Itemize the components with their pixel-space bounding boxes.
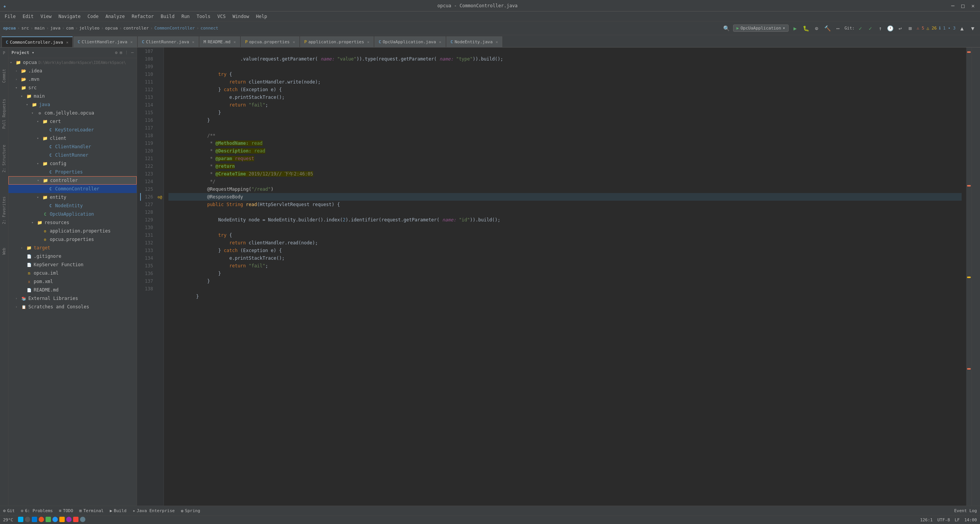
- tree-item-main[interactable]: ▾ 📁 main: [8, 92, 137, 100]
- tree-item-config[interactable]: ▾ 📁 config: [8, 159, 137, 168]
- sidebar-label-structure[interactable]: 2: Structure: [2, 145, 6, 172]
- breadcrumb-src[interactable]: src: [21, 26, 29, 31]
- tab-clientrunner[interactable]: C ClientRunner.java ✕: [138, 36, 199, 47]
- scroll-down-button[interactable]: ▼: [969, 24, 977, 33]
- code-editor[interactable]: 107 108 109 110 111 112 113 114 115 116 …: [137, 47, 972, 506]
- bottom-build-button[interactable]: ▶ Build: [110, 508, 127, 513]
- status-position[interactable]: 126:1: [920, 517, 933, 522]
- tree-item-src[interactable]: ▾ 📁 src: [8, 84, 137, 92]
- tab-nodeentity[interactable]: C NodeEntity.java ✕: [446, 36, 502, 47]
- breadcrumb-controller[interactable]: controller: [123, 26, 149, 31]
- tree-item-kep[interactable]: 📄 KepServer Function: [8, 260, 137, 269]
- tree-item-keystoreloader[interactable]: C KeyStoreLoader: [8, 126, 137, 134]
- git-history-button[interactable]: 🕐: [886, 24, 895, 33]
- tab-close-opcua-props[interactable]: ✕: [293, 40, 295, 44]
- tree-item-opcua-props[interactable]: ⚙ opcua.properties: [8, 235, 137, 244]
- coverage-button[interactable]: ⊙: [812, 24, 821, 33]
- sidebar-label-web[interactable]: Web: [2, 248, 6, 255]
- tab-close-nodeentity[interactable]: ✕: [496, 40, 498, 44]
- editor-scrollbar[interactable]: [966, 47, 972, 506]
- tree-item-idea[interactable]: › 📂 .idea: [8, 67, 137, 75]
- debug-button[interactable]: 🐛: [802, 24, 810, 33]
- menu-vcs[interactable]: VCS: [214, 13, 229, 20]
- tree-item-properties[interactable]: C Properties: [8, 168, 137, 176]
- tree-item-target[interactable]: › 📁 target: [8, 244, 137, 252]
- close-button[interactable]: ✕: [969, 2, 977, 10]
- menu-help[interactable]: Help: [253, 13, 270, 20]
- tab-opcua-props[interactable]: P opcua.properties ✕: [241, 36, 299, 47]
- code-content[interactable]: .value(request.getParameter( name: "valu…: [164, 47, 966, 506]
- tree-item-resources[interactable]: ▾ 📁 resources: [8, 218, 137, 227]
- minimize-button[interactable]: ─: [949, 2, 957, 10]
- menu-analyze[interactable]: Analyze: [102, 13, 128, 20]
- breadcrumb-jellyleo[interactable]: jellyleo: [79, 26, 100, 31]
- tab-close-clientrunner[interactable]: ✕: [192, 40, 194, 44]
- event-log-button[interactable]: Event Log: [954, 508, 977, 513]
- git-revert-button[interactable]: ↩: [896, 24, 905, 33]
- status-encoding[interactable]: UTF-8: [938, 517, 950, 522]
- breadcrumb-java[interactable]: java: [50, 26, 60, 31]
- menu-run[interactable]: Run: [178, 13, 193, 20]
- status-lf[interactable]: LF: [955, 517, 960, 522]
- sidebar-label-pull-requests[interactable]: Pull Requests: [2, 99, 6, 129]
- tree-item-commoncontroller[interactable]: C CommonController: [8, 185, 137, 193]
- tab-close-app-props[interactable]: ✕: [367, 40, 369, 44]
- more-button[interactable]: ⋯: [834, 24, 842, 33]
- sidebar-label-favorites[interactable]: 2: Favorites: [2, 196, 6, 224]
- tree-item-ext-libs[interactable]: › 📚 External Libraries: [8, 294, 137, 303]
- git-arrow-button[interactable]: ↑: [876, 24, 885, 33]
- panel-settings-icon[interactable]: ⚙: [115, 50, 118, 55]
- menu-code[interactable]: Code: [85, 13, 102, 20]
- tree-item-opcuaapp[interactable]: C OpcUaApplication: [8, 210, 137, 218]
- menu-refactor[interactable]: Refactor: [129, 13, 157, 20]
- menu-view[interactable]: View: [38, 13, 55, 20]
- tree-item-client[interactable]: ▾ 📁 client: [8, 134, 137, 142]
- git-checkmark2-button[interactable]: ✓: [866, 24, 875, 33]
- tree-item-nodeentity[interactable]: C NodeEntity: [8, 201, 137, 210]
- breadcrumb-opcua2[interactable]: opcua: [105, 26, 118, 31]
- tree-item-entity[interactable]: ▾ 📁 entity: [8, 193, 137, 201]
- breadcrumb-com[interactable]: com: [66, 26, 74, 31]
- search-button[interactable]: 🔍: [722, 24, 731, 33]
- run-config-selector[interactable]: ▶ OpcUaApplication ▾: [733, 25, 789, 32]
- tree-item-opcua-root[interactable]: ▾ 📁 opcua D:\Work\kylandWorkSpace\IDEAWo…: [8, 58, 137, 67]
- tab-close-commoncontroller[interactable]: ✕: [66, 40, 69, 44]
- sidebar-project-icon[interactable]: P: [0, 49, 8, 57]
- bottom-git-button[interactable]: ⚙ Git: [3, 508, 15, 513]
- bottom-terminal-button[interactable]: ⊞ Terminal: [79, 508, 104, 513]
- tree-item-scratches[interactable]: › 📋 Scratches and Consoles: [8, 303, 137, 311]
- tab-close-readme[interactable]: ✕: [234, 40, 236, 44]
- tree-item-opcua-iml[interactable]: m opcua.iml: [8, 269, 137, 277]
- tab-close-opcuaapp[interactable]: ✕: [439, 40, 441, 44]
- menu-edit[interactable]: Edit: [20, 13, 37, 20]
- bottom-todo-button[interactable]: ≡ TODO: [59, 508, 73, 513]
- tree-item-controller[interactable]: ▾ 📁 controller: [8, 176, 137, 185]
- git-checkmark-button[interactable]: ✓: [856, 24, 865, 33]
- build-button[interactable]: 🔨: [823, 24, 831, 33]
- panel-minimize-icon[interactable]: ─: [131, 50, 134, 55]
- menu-window[interactable]: Window: [229, 13, 252, 20]
- tree-item-com-jellyleo[interactable]: ▾ ⊙ com.jellyleo.opcua: [8, 109, 137, 117]
- maximize-button[interactable]: □: [959, 2, 967, 10]
- bottom-java-button[interactable]: ✦ Java Enterprise: [132, 508, 175, 513]
- git-copy-button[interactable]: ⊞: [906, 24, 915, 33]
- tree-item-readme[interactable]: 📄 README.md: [8, 286, 137, 294]
- tree-item-clienthandler[interactable]: C ClientHandler: [8, 142, 137, 151]
- tree-item-clientrunner[interactable]: C ClientRunner: [8, 151, 137, 159]
- bottom-spring-button[interactable]: ✿ Spring: [181, 508, 200, 513]
- tree-item-pom[interactable]: x pom.xml: [8, 277, 137, 286]
- breadcrumb-connect[interactable]: connect: [201, 26, 218, 31]
- bottom-problems-button[interactable]: ⊙ 6: Problems: [21, 508, 53, 513]
- tree-item-mvn[interactable]: › 📂 .mvn: [8, 75, 137, 84]
- menu-build[interactable]: Build: [158, 13, 178, 20]
- tab-close-clienthandler[interactable]: ✕: [131, 40, 133, 44]
- panel-gear-icon[interactable]: ⋮: [124, 50, 129, 55]
- tab-opcuaapp[interactable]: C OpcUaApplication.java ✕: [374, 36, 446, 47]
- menu-navigate[interactable]: Navigate: [56, 13, 84, 20]
- breadcrumb-commoncontroller[interactable]: CommonController: [154, 26, 195, 31]
- run-button[interactable]: ▶: [791, 24, 799, 33]
- tab-readme[interactable]: M README.md ✕: [199, 36, 240, 47]
- menu-file[interactable]: File: [2, 13, 19, 20]
- sidebar-label-commit[interactable]: Commit: [2, 69, 6, 83]
- tab-app-props[interactable]: P application.properties ✕: [300, 36, 374, 47]
